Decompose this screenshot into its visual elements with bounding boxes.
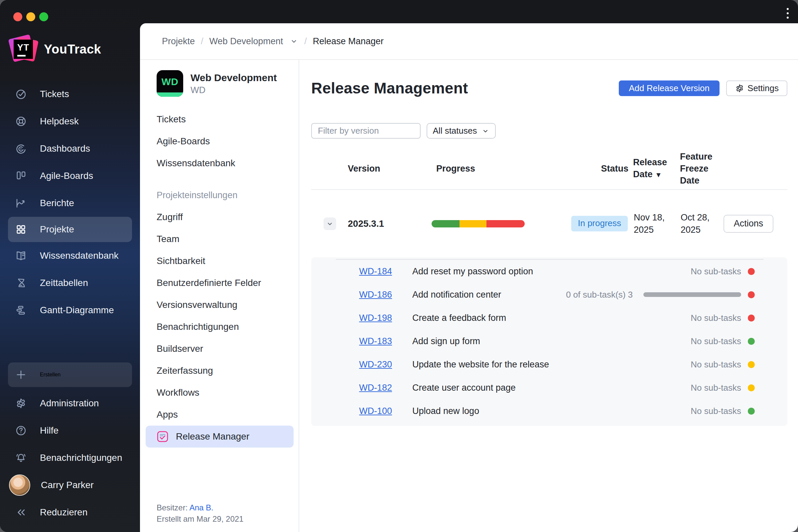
created-date: Erstellt am Mar 29, 2021 (157, 513, 243, 525)
brand-name: YouTrack (44, 42, 101, 57)
issue-link[interactable]: WD-230 (359, 359, 392, 369)
breadcrumb-project[interactable]: Web Development (209, 36, 283, 46)
breadcrumb: Projekte / Web Development / Release Man… (140, 23, 798, 60)
sidebar-item-helpdesk[interactable]: Helpdesk (0, 108, 140, 135)
issue-link[interactable]: WD-184 (359, 266, 392, 276)
settings-item-release-manager[interactable]: Release Manager (146, 425, 293, 448)
settings-item-workflows[interactable]: Workflows (157, 382, 299, 404)
user-name: Carry Parker (41, 480, 94, 491)
kebab-menu-icon[interactable] (787, 8, 789, 19)
table-header: Version Progress Status Release Date ▼ F… (311, 148, 787, 190)
project-key: WD (191, 84, 277, 96)
project-panel: WD Web Development WD Tickets Agile-Boar… (140, 60, 299, 532)
issue-link[interactable]: WD-182 (359, 383, 392, 393)
titlebar (140, 0, 798, 23)
sidebar-item-collapse[interactable]: Reduzieren (0, 499, 140, 526)
freeze-date-value: Oct 28, 2025 (675, 211, 723, 236)
sidebar-item-administration[interactable]: Administration (0, 390, 140, 417)
status-dot (748, 361, 755, 368)
add-release-version-button[interactable]: Add Release Version (619, 80, 720, 96)
plus-icon (15, 368, 27, 381)
settings-item-versionsverwaltung[interactable]: Versionsverwaltung (157, 294, 299, 316)
subtask-progress-bar (643, 292, 741, 297)
sidebar-item-benachrichtigungen[interactable]: Benachrichtigungen (0, 444, 140, 472)
book-icon (15, 249, 27, 262)
breadcrumb-projekte[interactable]: Projekte (162, 36, 195, 46)
sidebar-item-hilfe[interactable]: Hilfe (0, 417, 140, 444)
issue-link[interactable]: WD-100 (359, 406, 392, 416)
filter-by-version-input[interactable] (311, 123, 421, 139)
sidebar-bottom: Erstellen Administration Hilfe Benachric… (0, 362, 140, 532)
status-filter-select[interactable]: All statuses (426, 123, 496, 139)
issue-title: Add reset my password option (412, 266, 533, 277)
settings-item-sichtbarkeit[interactable]: Sichtbarkeit (157, 250, 299, 272)
release-date-value: Nov 18, 2025 (628, 211, 675, 236)
release-progress-bar (432, 220, 525, 227)
project-nav-wissensdatenbank[interactable]: Wissensdatenbank (157, 152, 299, 174)
sidebar-item-zeittabellen[interactable]: Zeittabellen (0, 269, 140, 297)
subtask-count: No sub-tasks (690, 359, 741, 370)
minimize-window-button[interactable] (26, 12, 35, 21)
header-release-date[interactable]: Release Date ▼ (628, 156, 675, 181)
settings-item-zeiterfassung[interactable]: Zeiterfassung (157, 360, 299, 382)
issue-link[interactable]: WD-183 (359, 336, 392, 346)
actions-button[interactable]: Actions (723, 215, 773, 233)
issue-title: Add notification center (412, 290, 501, 300)
owner-link[interactable]: Ana B. (190, 503, 213, 512)
project-nav-tickets[interactable]: Tickets (157, 108, 299, 130)
kanban-board-icon (15, 170, 27, 182)
project-nav-agile-boards[interactable]: Agile-Boards (157, 130, 299, 152)
project-footer: Besitzer: Ana B. Erstellt am Mar 29, 202… (157, 502, 243, 525)
project-avatar: WD (157, 70, 183, 97)
settings-item-benachrichtigungen[interactable]: Benachrichtigungen (157, 316, 299, 338)
collapse-chevrons-icon (15, 506, 27, 519)
sidebar-item-dashboards[interactable]: Dashboards (0, 135, 140, 162)
sidebar-item-agile-boards[interactable]: Agile-Boards (0, 162, 140, 190)
status-dot (748, 268, 755, 275)
settings-item-team[interactable]: Team (157, 228, 299, 250)
issue-link[interactable]: WD-198 (359, 313, 392, 323)
owner-label: Besitzer: (157, 503, 188, 512)
settings-item-zugriff[interactable]: Zugriff (157, 206, 299, 228)
issue-link[interactable]: WD-186 (359, 290, 392, 300)
sidebar-item-wissensdatenbank[interactable]: Wissensdatenbank (0, 242, 140, 269)
expand-row-button[interactable] (324, 217, 336, 230)
user-avatar (9, 474, 30, 496)
sort-desc-icon: ▼ (655, 171, 662, 178)
bell-icon (15, 452, 27, 464)
brand-logo: YT YouTrack (0, 0, 140, 65)
sidebar-item-user[interactable]: Carry Parker (0, 472, 140, 499)
issue-title: Update the website for the release (412, 359, 549, 370)
settings-item-benutzerdefinierte-felder[interactable]: Benutzerdefinierte Felder (157, 272, 299, 294)
chevron-down-icon (481, 127, 490, 135)
zoom-window-button[interactable] (39, 12, 48, 21)
subtask-row: WD-182 Create user account page No sub-t… (336, 376, 763, 399)
subtask-count: No sub-tasks (690, 383, 741, 393)
issue-title: Add sign up form (412, 336, 480, 346)
status-badge: In progress (571, 216, 628, 231)
close-window-button[interactable] (13, 12, 22, 21)
subtask-count: No sub-tasks (690, 336, 741, 346)
breadcrumb-current: Release Manager (313, 36, 384, 46)
settings-item-buildserver[interactable]: Buildserver (157, 338, 299, 360)
sidebar-item-berichte[interactable]: Berichte (0, 190, 140, 217)
chevron-down-icon[interactable] (290, 37, 298, 45)
subtask-count: No sub-tasks (690, 266, 741, 277)
chevron-down-icon (326, 220, 334, 228)
app-window: YT YouTrack Tickets Helpdesk D (0, 0, 798, 532)
header-version: Version (348, 163, 432, 174)
subtask-row: WD-230 Update the website for the releas… (336, 353, 763, 376)
header-status: Status (571, 163, 628, 174)
subtask-row: WD-186 Add notification center 0 of sub-… (336, 283, 763, 306)
sidebar-item-gantt-diagramme[interactable]: Gantt-Diagramme (0, 297, 140, 324)
subtask-row: WD-100 Upload new logo No sub-tasks (336, 399, 763, 423)
status-dot (748, 315, 755, 322)
chart-line-icon (15, 197, 27, 209)
settings-button[interactable]: Settings (726, 80, 787, 96)
sidebar-item-projekte[interactable]: Projekte (8, 217, 132, 242)
create-button[interactable]: Erstellen (8, 362, 132, 387)
project-header: WD Web Development WD (157, 69, 299, 98)
settings-item-apps[interactable]: Apps (157, 404, 299, 425)
sidebar-item-tickets[interactable]: Tickets (0, 80, 140, 108)
grid-icon (15, 223, 27, 236)
